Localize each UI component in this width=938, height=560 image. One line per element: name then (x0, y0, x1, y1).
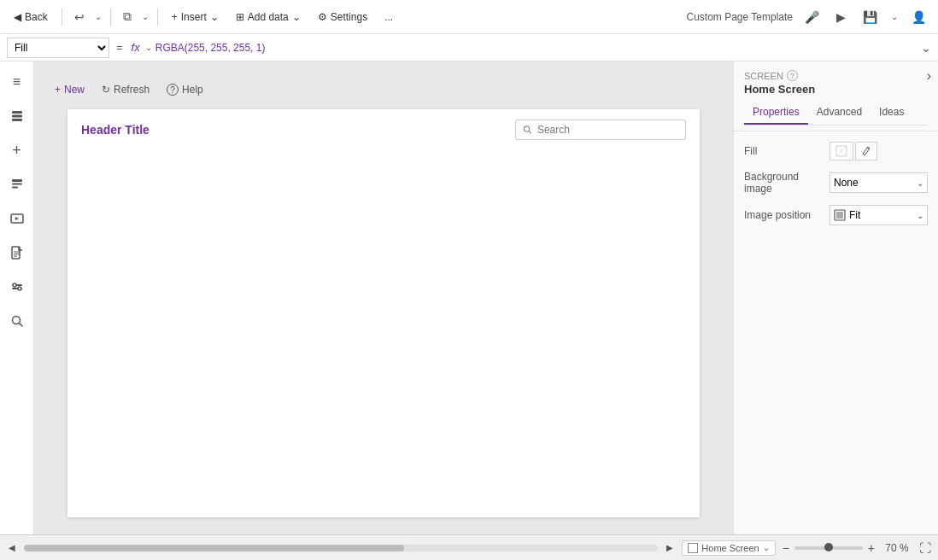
formula-chevron-icon[interactable]: ⌄ (145, 43, 152, 52)
canvas-frame: Header Title (67, 109, 700, 517)
insert-label: Insert (181, 11, 207, 23)
zoom-slider[interactable] (794, 546, 863, 550)
panel-tabs: Properties Advanced Ideas (744, 101, 928, 125)
bg-image-row: Background image None ⌄ (744, 171, 928, 195)
right-panel: SCREEN ? Home Screen Properties Advanced… (733, 61, 938, 534)
svg-line-18 (529, 131, 531, 133)
zoom-controls: − + 70 % ⛶ (783, 541, 931, 555)
insert-button[interactable]: + Insert ⌄ (165, 8, 226, 26)
bg-image-select[interactable]: None ⌄ (830, 172, 928, 193)
app-title: Custom Page Template (686, 11, 793, 23)
fullscreen-button[interactable]: ⛶ (919, 541, 931, 555)
separator-1 (62, 9, 62, 26)
top-toolbar: ◀ Back ↩ ⌄ ⧉ ⌄ + Insert ⌄ ⊞ Add data ⌄ ⚙… (0, 0, 938, 34)
screen-label: SCREEN ? (744, 70, 928, 81)
svg-rect-22 (836, 212, 843, 219)
new-plus-icon: + (55, 84, 61, 96)
sidebar-icon-search[interactable] (3, 307, 31, 335)
formula-fx-icon: fx (130, 41, 142, 54)
refresh-button[interactable]: ↻ Refresh (98, 82, 153, 97)
back-button[interactable]: ◀ Back (7, 8, 55, 26)
img-position-value: Fit ⌄ (830, 205, 928, 225)
scroll-right-button[interactable]: ▶ (665, 541, 675, 554)
zoom-slider-thumb (824, 543, 833, 551)
svg-rect-1 (12, 115, 22, 118)
scroll-left-button[interactable]: ◀ (7, 541, 17, 554)
separator-2 (110, 9, 111, 26)
scroll-area[interactable] (24, 545, 658, 551)
sidebar-icon-media[interactable] (3, 205, 31, 232)
zoom-plus-button[interactable]: + (868, 541, 875, 555)
question-icon[interactable]: ? (787, 70, 798, 81)
help-icon: ? (167, 84, 179, 96)
settings-label: Settings (331, 11, 367, 23)
fill-color-picker[interactable] (830, 142, 853, 160)
canvas-area[interactable]: + New ↻ Refresh ? Help Header Title (34, 61, 733, 534)
search-input[interactable] (537, 124, 678, 136)
insert-plus-icon: + (172, 11, 178, 23)
add-data-icon: ⊞ (236, 11, 244, 23)
panel-body: Fill (734, 131, 938, 534)
fill-value (830, 142, 928, 160)
sidebar-icon-menu[interactable]: ≡ (3, 68, 31, 96)
panel-close-button[interactable]: › (927, 68, 931, 84)
formula-input[interactable] (155, 42, 917, 54)
mic-button[interactable]: 🎤 (800, 7, 824, 27)
zoom-minus-button[interactable]: − (783, 541, 789, 555)
tab-properties[interactable]: Properties (744, 101, 808, 125)
undo-chevron[interactable]: ⌄ (93, 12, 103, 21)
formula-equals: = (113, 41, 126, 54)
sidebar-icon-tools[interactable] (3, 273, 31, 300)
add-data-label: Add data (248, 11, 289, 23)
svg-rect-4 (12, 184, 22, 185)
sidebar-icon-document[interactable] (3, 239, 31, 266)
save-button[interactable]: 💾 (858, 7, 882, 27)
help-button[interactable]: ? Help (163, 82, 207, 97)
svg-point-13 (13, 283, 16, 287)
more-label: ... (384, 11, 393, 23)
screen-indicator-chevron-icon: ⌄ (763, 543, 770, 552)
new-button[interactable]: + New (51, 82, 88, 97)
formula-select[interactable]: Fill (7, 38, 109, 58)
img-position-label: Image position (744, 209, 830, 221)
bg-image-label: Background image (744, 171, 830, 195)
fill-row: Fill (744, 142, 928, 160)
sidebar-icon-layers[interactable] (3, 102, 31, 130)
img-position-row: Image position Fit ⌄ (744, 205, 928, 225)
formula-expand-button[interactable]: ⌄ (921, 41, 931, 55)
svg-point-14 (18, 287, 21, 290)
svg-rect-5 (12, 187, 18, 189)
undo-button[interactable]: ↩ (69, 7, 90, 27)
img-position-select[interactable]: Fit ⌄ (830, 205, 928, 225)
help-label: Help (182, 84, 203, 96)
svg-rect-0 (12, 111, 22, 114)
screen-checkbox[interactable] (688, 543, 698, 553)
screen-indicator[interactable]: Home Screen ⌄ (682, 540, 775, 556)
canvas-search-box[interactable] (515, 120, 686, 140)
sidebar-icon-add[interactable]: + (3, 137, 31, 164)
refresh-label: Refresh (114, 84, 149, 96)
settings-gear-icon: ⚙ (318, 11, 327, 23)
screen-name-label: Home Screen (701, 543, 759, 553)
back-label: Back (25, 11, 48, 23)
account-button[interactable]: 👤 (906, 7, 931, 27)
bg-image-display-value: None (834, 177, 859, 189)
separator-3 (157, 9, 158, 26)
sidebar-icon-data[interactable] (3, 171, 31, 198)
tab-advanced[interactable]: Advanced (808, 101, 871, 125)
fill-edit-button[interactable] (855, 142, 877, 160)
play-button[interactable]: ▶ (831, 7, 851, 27)
img-position-display-value: Fit (849, 209, 860, 221)
screen-title: Home Screen (744, 83, 928, 96)
save-chevron[interactable]: ⌄ (889, 12, 900, 21)
right-panel-header: SCREEN ? Home Screen Properties Advanced… (734, 61, 938, 131)
copy-chevron[interactable]: ⌄ (140, 12, 150, 21)
copy-button[interactable]: ⧉ (118, 6, 137, 27)
bg-image-chevron-icon: ⌄ (917, 178, 923, 188)
settings-button[interactable]: ⚙ Settings (311, 8, 374, 26)
add-data-button[interactable]: ⊞ Add data ⌄ (229, 8, 308, 26)
bg-image-value: None ⌄ (830, 172, 928, 193)
left-sidebar: ≡ + (0, 61, 34, 534)
tab-ideas[interactable]: Ideas (871, 101, 912, 125)
more-button[interactable]: ... (378, 8, 400, 26)
